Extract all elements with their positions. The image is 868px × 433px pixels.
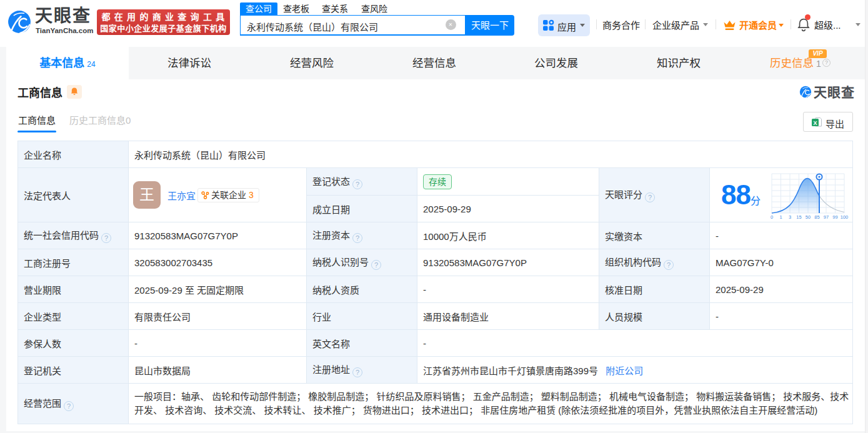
svg-text:0: 0 bbox=[771, 214, 773, 220]
svg-text:1: 1 bbox=[779, 214, 782, 220]
svg-text:100: 100 bbox=[841, 214, 849, 220]
svg-text:15: 15 bbox=[796, 214, 801, 220]
svg-text:97: 97 bbox=[824, 214, 829, 220]
svg-text:50: 50 bbox=[806, 214, 811, 220]
svg-text:3: 3 bbox=[789, 214, 791, 220]
svg-text:99: 99 bbox=[832, 214, 837, 220]
svg-text:85: 85 bbox=[814, 214, 819, 220]
svg-text:X: X bbox=[813, 120, 817, 126]
